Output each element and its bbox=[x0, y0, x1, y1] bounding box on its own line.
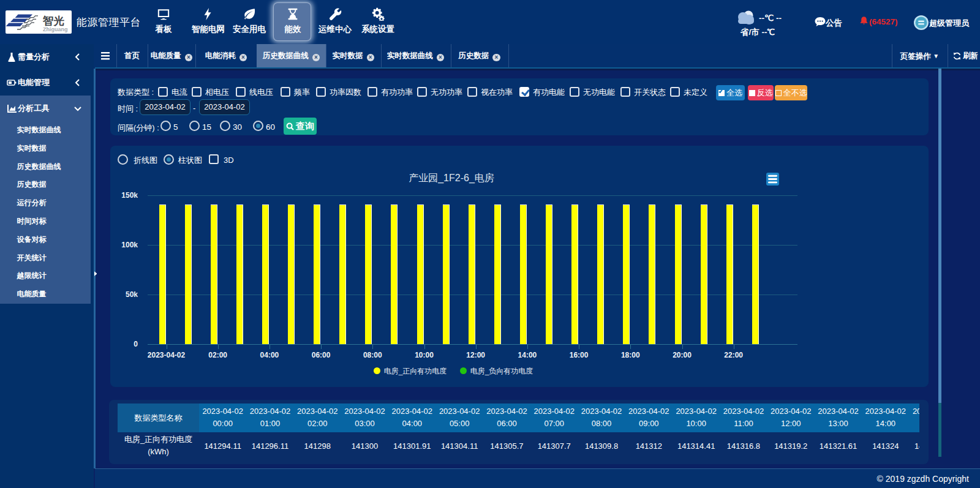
svg-text:Zhiguang: Zhiguang bbox=[43, 26, 68, 32]
svg-text:智光: 智光 bbox=[42, 15, 65, 27]
